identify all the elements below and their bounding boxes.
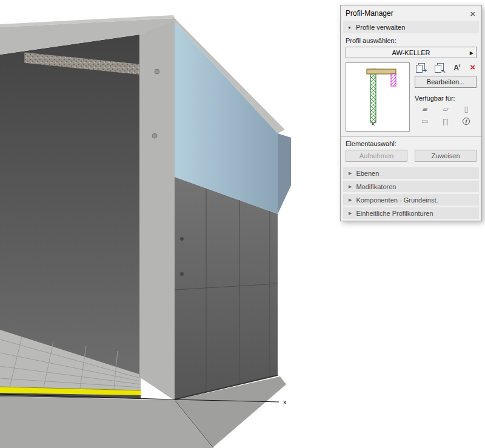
- profile-preview[interactable]: [346, 62, 410, 132]
- form-tie-hole: [180, 272, 184, 276]
- profile-edge-element: [391, 74, 396, 86]
- chevron-down-icon: ▼: [347, 25, 352, 30]
- interior-shadow: [0, 35, 143, 377]
- section-profile-verwalten[interactable]: ▼ Profile verwalten: [343, 21, 479, 33]
- section-komponenten[interactable]: ▶ Komponenten - Grundeinst.: [343, 194, 479, 206]
- pickup-button[interactable]: Aufnehmen: [346, 150, 407, 162]
- profile-toolbar: + ↖ AI ×: [415, 62, 477, 76]
- available-for-label: Verfügbar für:: [415, 88, 477, 105]
- section-label: Einheitliche Profilkonturen: [356, 210, 433, 217]
- section-label: Profile verwalten: [356, 24, 405, 31]
- assign-button[interactable]: Zuweisen: [415, 150, 477, 162]
- panel-title: Profil-Manager: [346, 9, 469, 18]
- chevron-right-icon: ▶: [349, 198, 352, 202]
- form-tie-hole: [152, 133, 157, 138]
- section-ebenen[interactable]: ▶ Ebenen: [343, 167, 479, 179]
- delete-profile-icon[interactable]: ×: [470, 63, 475, 72]
- beam-icon[interactable]: ▭: [421, 117, 428, 125]
- profile-select-label: Profil auswählen:: [341, 36, 481, 46]
- profile-dropdown[interactable]: AW-KELLER ▶: [346, 47, 477, 58]
- chevron-right-icon: ▶: [349, 211, 352, 216]
- element-selection-label: Elementauswahl:: [341, 139, 481, 149]
- profile-top-beam: [367, 69, 396, 74]
- new-profile-icon[interactable]: +: [416, 63, 425, 72]
- railing-icon[interactable]: ∏: [443, 117, 449, 125]
- wall-panels[interactable]: [175, 177, 278, 400]
- profile-dropdown-value: AW-KELLER: [346, 49, 476, 56]
- capture-profile-icon[interactable]: ↖: [435, 63, 444, 72]
- column-icon[interactable]: ▯: [464, 105, 469, 113]
- collapsed-sections: ▶ Ebenen ▶ Modifikatoren ▶ Komponenten -…: [341, 167, 481, 219]
- concrete-column[interactable]: [139, 19, 176, 401]
- axis-label: x: [283, 398, 287, 406]
- section-label: Ebenen: [356, 170, 379, 177]
- profil-manager-panel: Profil-Manager × ▼ Profile verwalten Pro…: [340, 5, 482, 221]
- wall-icon[interactable]: ▰: [422, 105, 427, 113]
- chevron-right-icon: ▶: [349, 184, 352, 189]
- section-label: Modifikatoren: [356, 183, 396, 190]
- origin-marker: [372, 122, 375, 125]
- divider: [341, 136, 481, 137]
- plus-badge: +: [424, 68, 427, 74]
- profile-preview-drawing: [346, 63, 409, 131]
- capture-arrow-badge: ↖: [441, 69, 446, 74]
- section-modifikatoren[interactable]: ▶ Modifikatoren: [343, 181, 479, 192]
- form-tie-hole: [155, 69, 159, 74]
- close-icon[interactable]: ×: [469, 9, 477, 18]
- app-canvas: x Profil-Manager × ▼ Profile verwalten P…: [0, 0, 485, 448]
- section-profilkonturen[interactable]: ▶ Einheitliche Profilkonturen: [343, 207, 479, 219]
- panel-titlebar[interactable]: Profil-Manager ×: [341, 5, 481, 21]
- rename-profile-icon[interactable]: AI: [453, 63, 460, 72]
- profile-wall-core: [370, 69, 376, 122]
- info-icon[interactable]: i: [463, 118, 470, 125]
- shell-icon[interactable]: ▱: [443, 105, 448, 113]
- availability-icons: ▰ ▱ ▯ ▭ ∏ i: [415, 105, 477, 125]
- chevron-right-icon: ▶: [349, 171, 352, 176]
- form-tie-hole: [180, 237, 184, 241]
- chevron-right-icon: ▶: [470, 50, 473, 56]
- section-label: Komponenten - Grundeinst.: [356, 196, 438, 204]
- edit-profile-button[interactable]: Bearbeiten...: [415, 76, 477, 88]
